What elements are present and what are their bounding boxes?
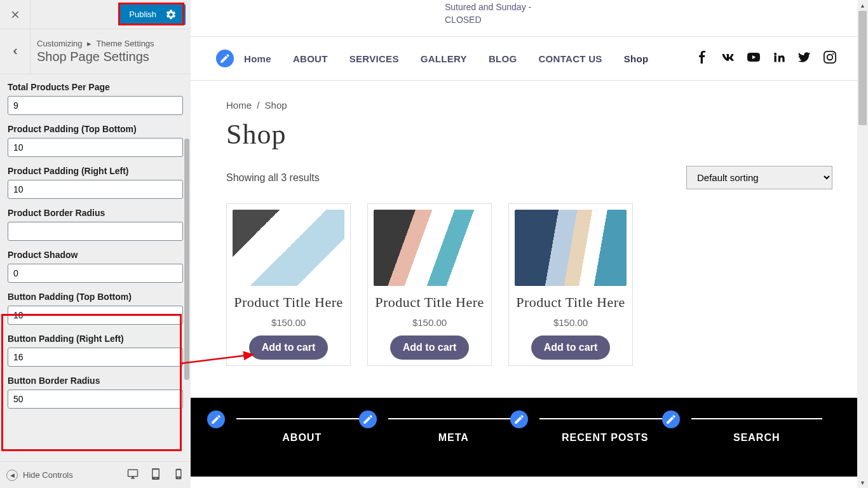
twitter-icon[interactable] — [798, 51, 811, 67]
vk-icon[interactable] — [722, 51, 735, 67]
sort-select[interactable]: Default sorting — [686, 166, 832, 189]
linkedin-icon[interactable] — [773, 51, 785, 67]
sidebar-scrollbar[interactable] — [182, 75, 191, 445]
product-card: Product Title Here $150.00 Add to cart — [367, 203, 492, 366]
field-padding-tb: Product Padding (Top Bottom) — [8, 124, 183, 157]
preview-topbar: Sutured and Sunday - CLOSED — [191, 0, 868, 36]
section-title: Shop Page Settings — [37, 50, 154, 64]
input-border-radius[interactable] — [8, 222, 183, 241]
nav-about[interactable]: ABOUT — [293, 53, 328, 64]
youtube-icon[interactable] — [747, 51, 760, 67]
preview-scrollbar[interactable]: ▲ ▼ — [857, 0, 868, 488]
label-btn-border-radius: Button Border Radius — [8, 376, 183, 386]
scroll-down-arrow[interactable]: ▼ — [857, 477, 868, 488]
edit-shortcut-button[interactable] — [510, 410, 528, 428]
field-btn-padding-rl: Button Padding (Right Left) — [8, 334, 183, 367]
tablet-icon[interactable] — [150, 468, 161, 482]
social-icons — [696, 51, 836, 67]
close-button[interactable] — [0, 0, 31, 29]
mobile-icon[interactable] — [173, 468, 184, 482]
label-border-radius: Product Border Radius — [8, 208, 183, 218]
instagram-icon[interactable] — [824, 51, 836, 67]
add-to-cart-button[interactable]: Add to cart — [390, 336, 469, 360]
label-shadow: Product Shadow — [8, 250, 183, 260]
scroll-up-arrow[interactable]: ▲ — [857, 0, 868, 11]
sidebar-topbar: Publish — [0, 0, 191, 29]
hide-controls-button[interactable]: ◀ Hide Controls — [6, 470, 73, 481]
crumb-sep: / — [257, 100, 259, 111]
product-image[interactable] — [515, 210, 627, 286]
controls-panel: Total Products Per Page Product Padding … — [0, 74, 191, 461]
hours-line1: Sutured and Sunday - — [445, 1, 531, 14]
device-switcher — [127, 468, 184, 482]
sidebar-scrollbar-thumb[interactable] — [184, 139, 189, 380]
edit-shortcut-button[interactable] — [207, 410, 225, 428]
customizer-sidebar: Publish Customizing ▸ Theme Settings Sho… — [0, 0, 191, 488]
footer-col-title: ABOUT — [236, 418, 368, 444]
breadcrumb-sep: ▸ — [87, 39, 92, 48]
pencil-icon — [665, 414, 677, 425]
label-btn-padding-rl: Button Padding (Right Left) — [8, 334, 183, 344]
add-to-cart-button[interactable]: Add to cart — [531, 336, 610, 360]
footer-col-title: META — [388, 418, 520, 444]
scroll-track[interactable] — [857, 11, 868, 477]
close-icon — [10, 9, 21, 20]
product-image[interactable] — [233, 210, 344, 286]
field-btn-padding-tb: Button Padding (Top Bottom) — [8, 292, 183, 325]
product-grid: Product Title Here $150.00 Add to cart P… — [226, 203, 832, 366]
nav-links: Home ABOUT SERVICES GALLERY BLOG CONTACT… — [244, 53, 648, 64]
field-border-radius: Product Border Radius — [8, 208, 183, 241]
back-button[interactable] — [0, 29, 31, 74]
pencil-icon — [210, 414, 222, 425]
nav-blog[interactable]: BLOG — [489, 53, 517, 64]
input-btn-padding-tb[interactable] — [8, 306, 183, 325]
breadcrumb-leaf: Theme Settings — [97, 39, 154, 48]
scroll-thumb[interactable] — [858, 11, 867, 125]
label-btn-padding-tb: Button Padding (Top Bottom) — [8, 292, 183, 302]
sidebar-footer: ◀ Hide Controls — [0, 461, 191, 488]
input-btn-padding-rl[interactable] — [8, 348, 183, 367]
label-padding-rl: Product Padding (Right Left) — [8, 166, 183, 176]
footer-col-title: RECENT POSTS — [539, 418, 671, 444]
hours-line2: CLOSED — [445, 14, 531, 27]
input-total-products[interactable] — [8, 96, 183, 115]
input-padding-rl[interactable] — [8, 180, 183, 199]
facebook-icon[interactable] — [696, 51, 709, 67]
field-total-products: Total Products Per Page — [8, 82, 183, 115]
nav-contact[interactable]: CONTACT US — [538, 53, 602, 64]
shop-breadcrumb: Home / Shop — [226, 100, 832, 111]
footer-col-meta: META — [378, 418, 530, 444]
nav-home[interactable]: Home — [244, 53, 271, 64]
product-image[interactable] — [374, 210, 485, 286]
label-total-products: Total Products Per Page — [8, 82, 183, 92]
edit-shortcut-button[interactable] — [359, 410, 377, 428]
product-price: $150.00 — [515, 317, 627, 328]
product-title[interactable]: Product Title Here — [515, 294, 627, 312]
product-card: Product Title Here $150.00 Add to cart — [226, 203, 351, 366]
add-to-cart-button[interactable]: Add to cart — [249, 336, 328, 360]
crumb-current: Shop — [265, 100, 287, 111]
crumb-home[interactable]: Home — [226, 100, 252, 111]
label-padding-tb: Product Padding (Top Bottom) — [8, 124, 183, 134]
nav-shop[interactable]: Shop — [624, 53, 649, 64]
field-btn-border-radius: Button Border Radius — [8, 376, 183, 409]
field-padding-rl: Product Padding (Right Left) — [8, 166, 183, 199]
input-padding-tb[interactable] — [8, 138, 183, 157]
product-title[interactable]: Product Title Here — [233, 294, 344, 312]
footer-col-about: ABOUT — [226, 418, 378, 444]
edit-shortcut-button[interactable] — [662, 410, 680, 428]
field-shadow: Product Shadow — [8, 250, 183, 283]
product-title[interactable]: Product Title Here — [374, 294, 485, 312]
edit-shortcut-button[interactable] — [216, 50, 234, 67]
collapse-icon: ◀ — [6, 470, 18, 481]
desktop-icon[interactable] — [127, 468, 139, 482]
nav-gallery[interactable]: GALLERY — [421, 53, 467, 64]
product-card: Product Title Here $150.00 Add to cart — [508, 203, 633, 366]
preview-footer: ABOUT META RECENT POSTS SEARCH — [191, 398, 868, 477]
input-btn-border-radius[interactable] — [8, 390, 183, 409]
input-shadow[interactable] — [8, 264, 183, 283]
nav-services[interactable]: SERVICES — [349, 53, 399, 64]
page-title: Shop — [226, 118, 832, 151]
publish-button[interactable]: Publish — [120, 4, 186, 25]
pencil-icon — [513, 414, 525, 425]
